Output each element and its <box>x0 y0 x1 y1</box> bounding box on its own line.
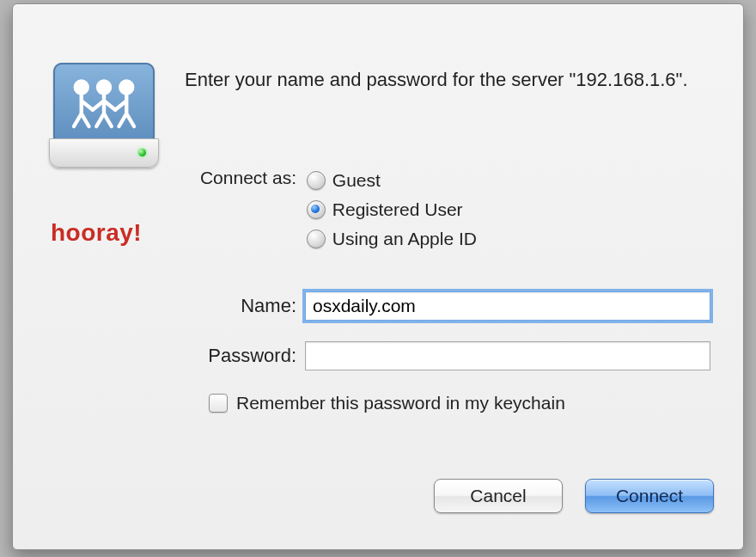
network-drive-icon <box>49 63 159 168</box>
radio-guest-button[interactable] <box>307 171 326 190</box>
password-label: Password: <box>146 345 296 367</box>
network-drive-icon-base <box>49 138 159 168</box>
svg-point-1 <box>98 82 110 94</box>
svg-point-2 <box>120 82 132 94</box>
name-input[interactable] <box>305 291 710 321</box>
connect-button[interactable]: Connect <box>585 479 714 513</box>
remember-password-row[interactable]: Remember this password in my keychain <box>209 393 565 413</box>
svg-point-0 <box>76 82 88 94</box>
connect-as-options: Guest Registered User Using an Apple ID <box>307 166 477 254</box>
password-row: Password: <box>146 341 730 370</box>
cancel-button[interactable]: Cancel <box>434 479 563 513</box>
radio-registered-user-label: Registered User <box>332 199 463 220</box>
radio-guest-label: Guest <box>332 170 381 191</box>
remember-password-checkbox[interactable] <box>209 394 228 413</box>
drive-led-icon <box>138 149 146 156</box>
connect-to-server-dialog: hooray! Enter your name and password for… <box>12 3 744 550</box>
radio-guest[interactable]: Guest <box>307 166 477 195</box>
connect-as-group: Connect as: Guest Registered User Using … <box>185 166 717 254</box>
name-label: Name: <box>146 295 296 317</box>
radio-registered-user[interactable]: Registered User <box>307 195 477 224</box>
connect-as-label: Connect as: <box>185 166 302 188</box>
password-input[interactable] <box>305 341 710 370</box>
name-row: Name: <box>146 291 730 321</box>
network-drive-icon-top <box>53 63 155 142</box>
people-sharing-icon <box>65 72 143 132</box>
prompt-text: Enter your name and password for the ser… <box>185 66 709 94</box>
dialog-buttons: Cancel Connect <box>434 479 714 513</box>
radio-registered-user-button[interactable] <box>307 200 326 219</box>
remember-password-label: Remember this password in my keychain <box>236 393 565 413</box>
radio-apple-id-button[interactable] <box>307 230 326 248</box>
radio-apple-id[interactable]: Using an Apple ID <box>307 224 477 254</box>
annotation-text: hooray! <box>51 219 142 247</box>
radio-apple-id-label: Using an Apple ID <box>332 229 477 249</box>
